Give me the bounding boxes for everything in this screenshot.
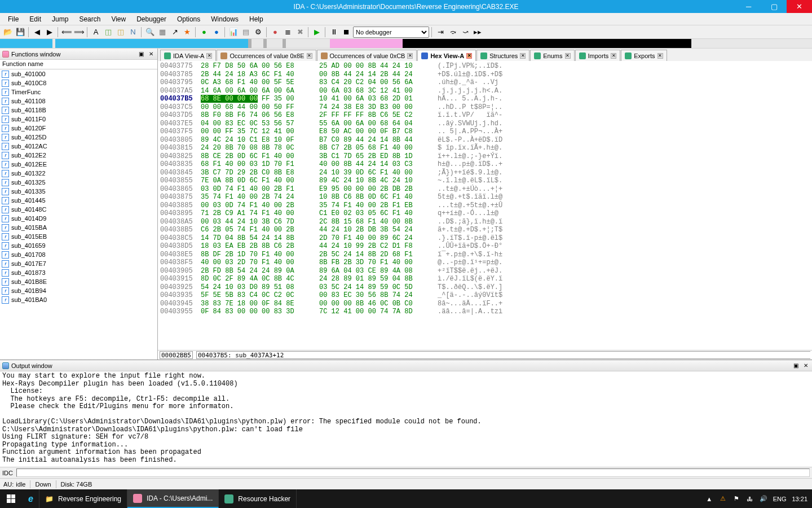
tab-enums[interactable]: Enums✕ xyxy=(530,50,574,61)
functions-list[interactable]: fsub_401000fsub_4010C8fTimerFuncfsub_401… xyxy=(0,69,157,360)
save-icon[interactable]: 💾 xyxy=(15,27,26,38)
db-icon[interactable]: ▦ xyxy=(157,27,168,38)
bp-x-icon[interactable]: ✖ xyxy=(294,27,306,38)
taskbar-item[interactable]: e xyxy=(23,489,39,508)
function-row[interactable]: fsub_40118B xyxy=(0,106,157,115)
hex-row[interactable]: 004038A5 00 03 44 24 10 3B C6 7D 2C 8B 1… xyxy=(160,218,810,226)
function-row[interactable]: fTimerFunc xyxy=(0,87,157,97)
hex-row[interactable]: 00403795 0C A3 68 F1 40 00 5F 5E 83 C4 2… xyxy=(160,78,810,87)
code-icon[interactable]: ◫ xyxy=(103,27,114,38)
nav-segment[interactable] xyxy=(403,39,692,48)
function-row[interactable]: fsub_401000 xyxy=(0,69,157,78)
menu-search[interactable]: Search xyxy=(74,15,105,24)
nav-far-back-icon[interactable]: ⟸ xyxy=(61,27,72,38)
panel-close-icon[interactable]: ✕ xyxy=(147,50,155,58)
output-text[interactable]: You may start to explore the input file … xyxy=(0,371,812,467)
hex-view[interactable]: 00403775 28 F7 D8 50 6A 00 56 E8 25 AD 0… xyxy=(158,61,812,350)
taskbar-item[interactable]: IDA - C:\Users\Admi... xyxy=(127,489,219,508)
debugger-select[interactable]: No debugger xyxy=(353,27,429,38)
hex-row[interactable]: 004037D5 8B F0 8B F6 74 06 56 E8 2F FF F… xyxy=(160,111,810,120)
function-row[interactable]: fsub_401322 xyxy=(0,169,157,178)
menu-help[interactable]: Help xyxy=(244,15,268,24)
menu-windows[interactable]: Windows xyxy=(206,15,244,24)
start-button[interactable] xyxy=(0,489,23,508)
function-row[interactable]: fsub_4012AC xyxy=(0,142,157,151)
tray-time[interactable]: 13:21 xyxy=(792,496,807,502)
hex-row[interactable]: 004037A5 14 6A 00 6A 00 6A 00 6A 00 6A 0… xyxy=(160,87,810,95)
hex-row[interactable]: 004037C5 00 00 68 44 00 00 50 FF 74 24 3… xyxy=(160,103,810,112)
tray-volume-icon[interactable]: 🔊 xyxy=(760,495,767,503)
function-row[interactable]: fsub_4015BA xyxy=(0,223,157,232)
hex-row[interactable]: 004038E5 8B DF 2B 1D 70 F1 40 00 2B 5C 2… xyxy=(160,251,810,259)
bp-list-icon[interactable]: ≣ xyxy=(282,27,293,38)
menu-options[interactable]: Options xyxy=(172,15,205,24)
stepover-icon[interactable]: ⤼ xyxy=(447,27,458,38)
run-icon[interactable]: ▶ xyxy=(311,27,323,38)
tray-flag-icon[interactable]: ⚑ xyxy=(732,495,740,503)
function-row[interactable]: fsub_401325 xyxy=(0,178,157,187)
minimize-button[interactable]: ─ xyxy=(736,0,761,13)
navigation-band[interactable] xyxy=(0,39,812,49)
breakpoint-icon[interactable]: ● xyxy=(270,27,281,38)
menu-jump[interactable]: Jump xyxy=(47,15,73,24)
tab-close-icon[interactable]: ✕ xyxy=(565,53,571,59)
function-row[interactable]: fsub_40125D xyxy=(0,133,157,142)
tray-shield-icon[interactable]: ⚠ xyxy=(719,495,727,503)
hex-row[interactable]: 004037F5 00 00 FF 35 7C 12 41 00 E8 50 A… xyxy=(160,128,810,136)
hex-row[interactable]: 00403925 54 24 10 03 D0 89 51 08 03 5C 2… xyxy=(160,283,810,292)
tab-hex-view-a[interactable]: Hex View-A✕ xyxy=(417,50,476,61)
hex-row[interactable]: 00403955 0F 84 83 00 00 00 83 3D 7C 12 4… xyxy=(160,308,810,316)
nav-segment[interactable] xyxy=(267,39,283,48)
stepinto-icon[interactable]: ⇥ xyxy=(435,27,446,38)
nav-segment[interactable] xyxy=(286,39,330,48)
hex-row[interactable]: 004038C5 14 7D 04 8B 54 24 14 8B 2D 70 F… xyxy=(160,234,810,243)
hex-row[interactable]: 00403785 2B 44 24 18 A3 6C F1 40 00 8B 4… xyxy=(160,71,810,79)
function-row[interactable]: fsub_40120F xyxy=(0,124,157,133)
function-row[interactable]: fsub_4017E7 xyxy=(0,259,157,268)
tab-close-icon[interactable]: ✕ xyxy=(206,53,212,59)
function-row[interactable]: fsub_401108 xyxy=(0,97,157,106)
hex-row[interactable]: 00403875 35 74 F1 40 00 2B 74 24 10 8B C… xyxy=(160,193,810,202)
menu-file[interactable]: File xyxy=(3,15,24,24)
nav-far-fwd-icon[interactable]: ⟹ xyxy=(73,27,85,38)
hex-row[interactable]: 004038D5 18 03 EA EB 2B 8B C6 2B 44 24 1… xyxy=(160,242,810,251)
function-row[interactable]: fsub_401335 xyxy=(0,187,157,196)
function-row[interactable]: fsub_4014D9 xyxy=(0,214,157,223)
hex-row[interactable]: 00403825 8B CE 2B 0D 6C F1 40 00 3B C1 7… xyxy=(160,152,810,161)
maximize-button[interactable]: ▢ xyxy=(761,0,787,13)
function-row[interactable]: fsub_4011F0 xyxy=(0,115,157,124)
taskbar-item[interactable]: 📁Reverse Engineering xyxy=(39,489,127,508)
menu-view[interactable]: View xyxy=(106,15,131,24)
function-row[interactable]: fsub_4012E2 xyxy=(0,151,157,160)
function-row[interactable]: fsub_40148C xyxy=(0,205,157,214)
restore-icon[interactable]: ▣ xyxy=(137,50,145,58)
function-row[interactable]: fsub_401B8E xyxy=(0,277,157,286)
nav-segment[interactable] xyxy=(55,39,248,48)
tray-network-icon[interactable]: 🖧 xyxy=(746,495,754,503)
hex-row[interactable]: 00403805 89 4C 24 10 C1 E8 10 0F B7 C0 8… xyxy=(160,136,810,144)
hex-row[interactable]: 00403775 28 F7 D8 50 6A 00 56 E8 25 AD 0… xyxy=(160,62,810,71)
menu-edit[interactable]: Edit xyxy=(24,15,46,24)
hex-row[interactable]: 004037E5 04 00 83 EC 0C 53 56 57 55 6A 0… xyxy=(160,120,810,128)
hex-row[interactable]: 00403945 38 83 7E 18 00 0F 84 8E 00 00 0… xyxy=(160,300,810,308)
tab-close-icon[interactable]: ✕ xyxy=(657,53,663,59)
tab-occurrences-of-value-0xcb[interactable]: Occurrences of value 0xCB✕ xyxy=(317,50,417,61)
function-row[interactable]: fsub_401445 xyxy=(0,196,157,205)
function-row[interactable]: fsub_401BA0 xyxy=(0,295,157,304)
hex-row[interactable]: 00403845 3B C7 7D 29 2B C0 8B E8 24 10 3… xyxy=(160,169,810,177)
hex-row[interactable]: 00403835 68 F1 40 00 03 1D 70 F1 40 00 8… xyxy=(160,160,810,169)
stop-circle-icon[interactable]: ● xyxy=(211,27,222,38)
nav-segment[interactable] xyxy=(251,39,263,48)
tab-ida-view-a[interactable]: IDA View-A✕ xyxy=(160,50,216,61)
functions-col-header[interactable]: Function name xyxy=(0,60,157,69)
section-icon[interactable]: ★ xyxy=(182,27,193,38)
hex-row[interactable]: 004038B5 C6 2B 05 74 F1 40 00 2B 44 24 1… xyxy=(160,226,810,234)
search-icon[interactable]: 🔍 xyxy=(144,27,156,38)
chart-icon[interactable]: 📊 xyxy=(228,27,239,38)
tab-close-icon[interactable]: ✕ xyxy=(466,53,472,59)
open-file-icon[interactable]: 📂 xyxy=(2,27,14,38)
nav-segment[interactable] xyxy=(0,39,52,48)
function-row[interactable]: fsub_401659 xyxy=(0,241,157,250)
tab-imports[interactable]: Imports✕ xyxy=(575,50,621,61)
function-row[interactable]: fsub_401708 xyxy=(0,250,157,259)
